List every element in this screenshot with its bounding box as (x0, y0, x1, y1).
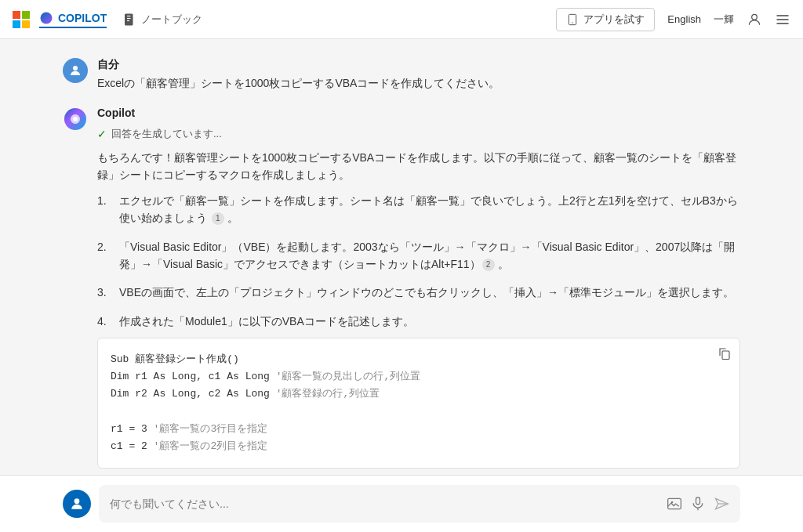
user-profile-button[interactable] (747, 12, 762, 27)
input-user-avatar (63, 490, 91, 518)
notebook-icon (122, 13, 136, 27)
code-comment-2: '顧客登録の行,列位置 (276, 388, 380, 400)
input-actions (667, 496, 729, 512)
footnote-1: 1 (212, 212, 224, 225)
try-app-button[interactable]: アプリを試す (556, 8, 655, 31)
svg-point-14 (74, 498, 80, 504)
menu-button[interactable] (775, 12, 790, 27)
list-item: 1. エクセルで「顧客一覧」シートを作成します。シート名は「顧客一覧」で良いでし… (97, 192, 740, 227)
code-line-blank (111, 403, 727, 420)
copilot-logo-icon (64, 107, 87, 131)
app-header: COPILOT ノートブック アプリを試す English 一輝 (0, 0, 803, 39)
user-content: 自分 Excelの「顧客管理」シートを1000枚コピーするVBAコードを作成して… (97, 58, 500, 91)
svg-rect-17 (696, 498, 700, 505)
svg-point-7 (752, 14, 758, 20)
copilot-avatar (63, 107, 88, 132)
generating-status: ✓ 回答を生成しています... (97, 127, 740, 141)
header-right: アプリを試す English 一輝 (556, 8, 790, 31)
list-number-3: 3. (97, 284, 113, 301)
user-avatar-icon (68, 63, 82, 78)
copilot-nav-icon (39, 11, 53, 25)
copilot-message-section: Copilot ✓ 回答を生成しています... もちろんです！顧客管理シートを1… (63, 107, 740, 469)
copilot-intro-text: もちろんです！顧客管理シートを1000枚コピーするVBAコードを作成します。以下… (97, 149, 740, 184)
user-icon (747, 12, 762, 27)
copilot-nav-label: COPILOT (58, 12, 107, 24)
code-comment-4: '顧客一覧の2列目を指定 (154, 440, 268, 452)
main-content: 自分 Excelの「顧客管理」シートを1000枚コピーするVBAコードを作成して… (0, 39, 803, 475)
code-line-3: r1 = 3 '顧客一覧の3行目を指定 (111, 421, 727, 438)
list-content-3: VBEの画面で、左上の「プロジェクト」ウィンドウのどこでも右クリックし、「挿入」… (119, 284, 740, 301)
list-item: 3. VBEの画面で、左上の「プロジェクト」ウィンドウのどこでも右クリックし、「… (97, 284, 740, 301)
microphone-button[interactable] (690, 496, 706, 512)
notebook-nav-label: ノートブック (141, 13, 202, 27)
copilot-name: Copilot (97, 107, 740, 119)
chat-input[interactable] (110, 498, 659, 510)
list-item: 2. 「Visual Basic Editor」（VBE）を起動します。2003… (97, 238, 740, 273)
code-comment-1: '顧客一覧の見出しの行,列位置 (276, 371, 421, 382)
hamburger-icon (775, 12, 790, 27)
input-box (99, 485, 740, 523)
svg-rect-13 (722, 351, 729, 360)
user-lang-label: 一輝 (714, 13, 734, 27)
copilot-instruction-list: 1. エクセルで「顧客一覧」シートを作成します。シート名は「顧客一覧」で良いでし… (97, 192, 740, 330)
input-area (0, 475, 803, 532)
header-left: COPILOT ノートブック (13, 11, 202, 28)
copy-code-button[interactable] (718, 346, 732, 364)
svg-rect-5 (569, 14, 576, 24)
copy-icon (718, 346, 732, 360)
check-icon: ✓ (97, 128, 107, 140)
user-name: 自分 (97, 58, 500, 72)
try-app-label: アプリを試す (583, 13, 645, 27)
svg-point-6 (572, 22, 573, 23)
code-line-2: Dim r2 As Long, c2 As Long '顧客登録の行,列位置 (111, 385, 727, 403)
microsoft-logo (13, 11, 30, 28)
svg-point-11 (73, 66, 78, 71)
user-avatar (63, 58, 88, 83)
image-icon (667, 496, 682, 512)
language-selector[interactable]: English (667, 13, 701, 25)
list-content-2: 「Visual Basic Editor」（VBE）を起動します。2003なら「… (119, 238, 740, 273)
microphone-icon (690, 496, 706, 512)
list-content-1: エクセルで「顧客一覧」シートを作成します。シート名は「顧客一覧」で良いでしょう。… (119, 192, 740, 227)
generating-text: 回答を生成しています... (111, 127, 222, 141)
try-app-icon (566, 13, 579, 26)
footnote-2: 2 (482, 259, 495, 271)
svg-point-0 (41, 12, 53, 24)
code-block: Sub 顧客登録シート作成() Dim r1 As Long, c1 As Lo… (97, 338, 740, 469)
input-user-icon (69, 496, 85, 512)
svg-rect-1 (125, 13, 133, 25)
copilot-nav[interactable]: COPILOT (39, 11, 107, 28)
image-upload-button[interactable] (667, 496, 682, 512)
list-number-1: 1. (97, 192, 113, 209)
notebook-nav[interactable]: ノートブック (122, 13, 202, 27)
user-message-section: 自分 Excelの「顧客管理」シートを1000枚コピーするVBAコードを作成して… (63, 58, 740, 91)
code-comment-3: '顧客一覧の3行目を指定 (154, 423, 268, 435)
copilot-content: Copilot ✓ 回答を生成しています... もちろんです！顧客管理シートを1… (97, 107, 740, 469)
list-content-4: 作成された「Module1」に以下のVBAコードを記述します。 (119, 313, 740, 330)
list-number-4: 4. (97, 313, 113, 330)
send-button[interactable] (714, 496, 729, 512)
send-icon (714, 496, 729, 512)
user-message-text: Excelの「顧客管理」シートを1000枚コピーするVBAコードを作成してくださ… (97, 77, 500, 91)
list-number-2: 2. (97, 238, 113, 255)
list-item: 4. 作成された「Module1」に以下のVBAコードを記述します。 (97, 313, 740, 330)
code-sub-header: Sub 顧客登録シート作成() (111, 351, 727, 368)
code-line-4: c1 = 2 '顧客一覧の2列目を指定 (111, 438, 727, 455)
code-line-1: Dim r1 As Long, c1 As Long '顧客一覧の見出しの行,列… (111, 368, 727, 385)
